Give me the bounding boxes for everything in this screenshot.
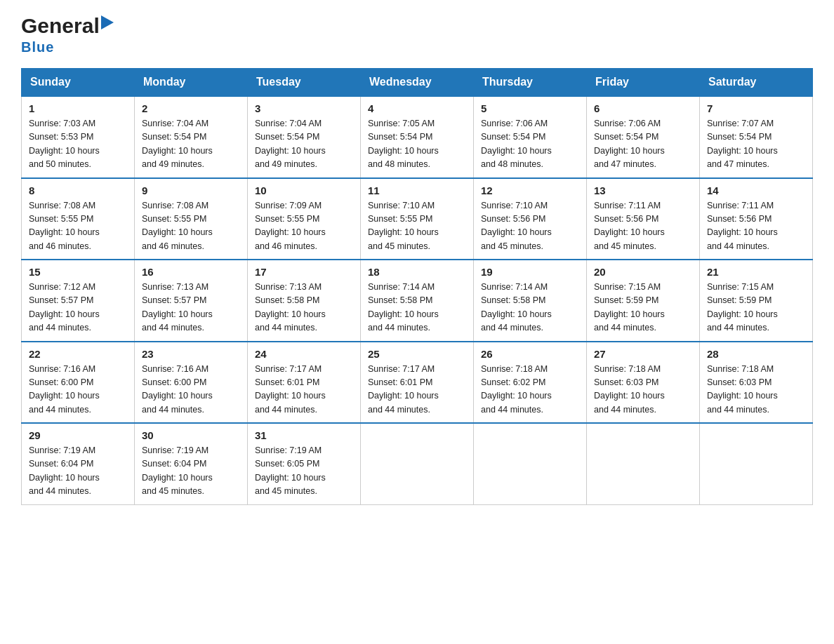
day-number: 17: [255, 266, 353, 278]
calendar-cell: 13 Sunrise: 7:11 AMSunset: 5:56 PMDaylig…: [587, 178, 700, 260]
calendar-cell: 18 Sunrise: 7:14 AMSunset: 5:58 PMDaylig…: [361, 260, 474, 342]
day-number: 28: [707, 348, 805, 360]
day-number: 9: [142, 185, 240, 196]
day-info: Sunrise: 7:16 AMSunset: 6:00 PMDaylight:…: [142, 364, 213, 415]
day-number: 2: [142, 102, 240, 114]
weekday-header-monday: Monday: [135, 69, 248, 97]
day-number: 31: [255, 429, 353, 441]
day-number: 14: [707, 185, 805, 196]
day-number: 24: [255, 348, 353, 360]
logo: General Blue: [21, 14, 117, 55]
day-number: 19: [481, 266, 579, 278]
day-info: Sunrise: 7:05 AMSunset: 5:54 PMDaylight:…: [368, 119, 439, 169]
calendar-cell: 1 Sunrise: 7:03 AMSunset: 5:53 PMDayligh…: [22, 96, 135, 178]
day-info: Sunrise: 7:17 AMSunset: 6:01 PMDaylight:…: [255, 364, 326, 415]
day-number: 27: [594, 348, 692, 360]
day-number: 25: [368, 348, 466, 360]
day-info: Sunrise: 7:09 AMSunset: 5:55 PMDaylight:…: [255, 201, 326, 251]
logo-general: General: [21, 14, 100, 38]
calendar-cell: 27 Sunrise: 7:18 AMSunset: 6:03 PMDaylig…: [587, 342, 700, 424]
day-info: Sunrise: 7:18 AMSunset: 6:03 PMDaylight:…: [707, 364, 778, 415]
day-info: Sunrise: 7:13 AMSunset: 5:58 PMDaylight:…: [255, 282, 326, 333]
day-number: 13: [594, 185, 692, 196]
logo-triangle-icon: [101, 15, 117, 31]
weekday-header-sunday: Sunday: [22, 69, 135, 97]
day-info: Sunrise: 7:16 AMSunset: 6:00 PMDaylight:…: [29, 364, 100, 415]
calendar-cell: 30 Sunrise: 7:19 AMSunset: 6:04 PMDaylig…: [135, 423, 248, 504]
calendar-cell: 19 Sunrise: 7:14 AMSunset: 5:58 PMDaylig…: [474, 260, 587, 342]
week-row-2: 8 Sunrise: 7:08 AMSunset: 5:55 PMDayligh…: [22, 178, 813, 260]
day-number: 5: [481, 102, 579, 114]
day-number: 6: [594, 102, 692, 114]
week-row-3: 15 Sunrise: 7:12 AMSunset: 5:57 PMDaylig…: [22, 260, 813, 342]
day-info: Sunrise: 7:18 AMSunset: 6:03 PMDaylight:…: [594, 364, 665, 415]
day-number: 3: [255, 102, 353, 114]
calendar-cell: 16 Sunrise: 7:13 AMSunset: 5:57 PMDaylig…: [135, 260, 248, 342]
calendar-cell: 28 Sunrise: 7:18 AMSunset: 6:03 PMDaylig…: [700, 342, 813, 424]
calendar-cell: 11 Sunrise: 7:10 AMSunset: 5:55 PMDaylig…: [361, 178, 474, 260]
day-number: 4: [368, 102, 466, 114]
day-info: Sunrise: 7:19 AMSunset: 6:05 PMDaylight:…: [255, 445, 326, 496]
day-info: Sunrise: 7:03 AMSunset: 5:53 PMDaylight:…: [29, 119, 100, 169]
calendar-cell: 26 Sunrise: 7:18 AMSunset: 6:02 PMDaylig…: [474, 342, 587, 424]
calendar-cell: 12 Sunrise: 7:10 AMSunset: 5:56 PMDaylig…: [474, 178, 587, 260]
calendar-cell: 20 Sunrise: 7:15 AMSunset: 5:59 PMDaylig…: [587, 260, 700, 342]
day-info: Sunrise: 7:06 AMSunset: 5:54 PMDaylight:…: [594, 119, 665, 169]
day-number: 30: [142, 429, 240, 441]
day-number: 12: [481, 185, 579, 196]
day-info: Sunrise: 7:11 AMSunset: 5:56 PMDaylight:…: [594, 201, 665, 251]
calendar-cell: 9 Sunrise: 7:08 AMSunset: 5:55 PMDayligh…: [135, 178, 248, 260]
calendar-table: SundayMondayTuesdayWednesdayThursdayFrid…: [21, 68, 813, 505]
day-info: Sunrise: 7:06 AMSunset: 5:54 PMDaylight:…: [481, 119, 552, 169]
day-number: 11: [368, 185, 466, 196]
day-number: 8: [29, 185, 127, 196]
day-number: 20: [594, 266, 692, 278]
calendar-cell: 8 Sunrise: 7:08 AMSunset: 5:55 PMDayligh…: [22, 178, 135, 260]
day-info: Sunrise: 7:17 AMSunset: 6:01 PMDaylight:…: [368, 364, 439, 415]
calendar-cell: 29 Sunrise: 7:19 AMSunset: 6:04 PMDaylig…: [22, 423, 135, 504]
weekday-header-tuesday: Tuesday: [248, 69, 361, 97]
day-info: Sunrise: 7:12 AMSunset: 5:57 PMDaylight:…: [29, 282, 100, 333]
svg-marker-0: [101, 15, 114, 29]
day-info: Sunrise: 7:15 AMSunset: 5:59 PMDaylight:…: [594, 282, 665, 333]
day-info: Sunrise: 7:10 AMSunset: 5:55 PMDaylight:…: [368, 201, 439, 251]
calendar-cell: 14 Sunrise: 7:11 AMSunset: 5:56 PMDaylig…: [700, 178, 813, 260]
calendar-cell: 3 Sunrise: 7:04 AMSunset: 5:54 PMDayligh…: [248, 96, 361, 178]
calendar-cell: 6 Sunrise: 7:06 AMSunset: 5:54 PMDayligh…: [587, 96, 700, 178]
day-number: 21: [707, 266, 805, 278]
page-header: General Blue: [21, 14, 813, 55]
calendar-cell: 5 Sunrise: 7:06 AMSunset: 5:54 PMDayligh…: [474, 96, 587, 178]
day-number: 1: [29, 102, 127, 114]
logo-blue: Blue: [21, 39, 54, 55]
calendar-cell: 2 Sunrise: 7:04 AMSunset: 5:54 PMDayligh…: [135, 96, 248, 178]
day-number: 15: [29, 266, 127, 278]
day-info: Sunrise: 7:15 AMSunset: 5:59 PMDaylight:…: [707, 282, 778, 333]
calendar-cell: 21 Sunrise: 7:15 AMSunset: 5:59 PMDaylig…: [700, 260, 813, 342]
weekday-header-row: SundayMondayTuesdayWednesdayThursdayFrid…: [22, 69, 813, 97]
calendar-cell: 17 Sunrise: 7:13 AMSunset: 5:58 PMDaylig…: [248, 260, 361, 342]
calendar-cell: 15 Sunrise: 7:12 AMSunset: 5:57 PMDaylig…: [22, 260, 135, 342]
day-info: Sunrise: 7:18 AMSunset: 6:02 PMDaylight:…: [481, 364, 552, 415]
calendar-cell: 7 Sunrise: 7:07 AMSunset: 5:54 PMDayligh…: [700, 96, 813, 178]
day-number: 16: [142, 266, 240, 278]
day-number: 22: [29, 348, 127, 360]
day-number: 26: [481, 348, 579, 360]
calendar-cell: [474, 423, 587, 504]
day-number: 29: [29, 429, 127, 441]
calendar-cell: 22 Sunrise: 7:16 AMSunset: 6:00 PMDaylig…: [22, 342, 135, 424]
calendar-cell: 31 Sunrise: 7:19 AMSunset: 6:05 PMDaylig…: [248, 423, 361, 504]
weekday-header-saturday: Saturday: [700, 69, 813, 97]
day-info: Sunrise: 7:04 AMSunset: 5:54 PMDaylight:…: [255, 119, 326, 169]
day-info: Sunrise: 7:14 AMSunset: 5:58 PMDaylight:…: [368, 282, 439, 333]
calendar-cell: 23 Sunrise: 7:16 AMSunset: 6:00 PMDaylig…: [135, 342, 248, 424]
calendar-cell: [587, 423, 700, 504]
day-number: 18: [368, 266, 466, 278]
day-info: Sunrise: 7:04 AMSunset: 5:54 PMDaylight:…: [142, 119, 213, 169]
day-info: Sunrise: 7:08 AMSunset: 5:55 PMDaylight:…: [29, 201, 100, 251]
calendar-cell: 24 Sunrise: 7:17 AMSunset: 6:01 PMDaylig…: [248, 342, 361, 424]
week-row-5: 29 Sunrise: 7:19 AMSunset: 6:04 PMDaylig…: [22, 423, 813, 504]
calendar-cell: [700, 423, 813, 504]
day-number: 10: [255, 185, 353, 196]
weekday-header-friday: Friday: [587, 69, 700, 97]
day-info: Sunrise: 7:19 AMSunset: 6:04 PMDaylight:…: [29, 445, 100, 496]
